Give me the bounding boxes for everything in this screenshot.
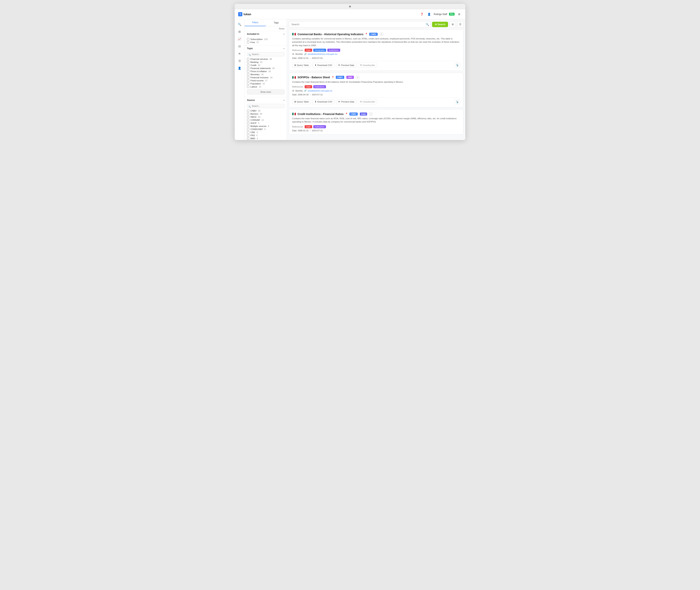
checkbox-banking[interactable] <box>247 61 249 63</box>
user-icon-btn[interactable]: 👤 <box>427 11 432 17</box>
checkbox-population[interactable] <box>247 83 249 85</box>
checkbox-financial-services[interactable] <box>247 58 249 60</box>
card-2-add-tag-btn[interactable]: + <box>356 76 359 79</box>
search-submit-btn[interactable]: 🔍 <box>426 23 429 26</box>
label-shcp: SHCP <box>250 122 257 124</box>
checkbox-fixed-income[interactable] <box>247 79 249 82</box>
card-2-tag-cnbv: CNBV <box>336 76 344 79</box>
card-3-refs-label: References: <box>292 125 304 128</box>
logo-text: tukan <box>243 12 251 16</box>
card-3-add-tag-btn[interactable]: + <box>369 112 373 115</box>
label-bmv: BMV <box>250 137 255 139</box>
topic-search-input[interactable] <box>247 52 284 56</box>
card-1-unsubscribe-btn[interactable]: ✉ Unsubscribe <box>358 63 377 68</box>
card-2-download-csv-btn[interactable]: ⬇ Download CSV <box>313 99 334 104</box>
card-2-rss-btn[interactable]: 📡 <box>455 99 460 104</box>
card-1-pin-icon: 📍 <box>365 33 368 35</box>
preview-icon-2: 👁 <box>338 101 340 103</box>
topic-header[interactable]: Topic ▾ <box>245 45 287 52</box>
help-icon-btn[interactable]: ❓ <box>419 11 425 17</box>
label-credit: Credit <box>250 64 256 66</box>
filter-item-consar: CONSAR 12 <box>247 118 284 121</box>
sidebar-search-btn[interactable]: 🔍 <box>236 21 243 28</box>
card-1-query-table-btn[interactable]: ⊞ Query Table <box>292 63 311 68</box>
card-3-tag-inaly: inaly <box>360 112 367 116</box>
card-2-query-table-btn[interactable]: ⊞ Query Table <box>292 99 311 104</box>
checkbox-frs[interactable] <box>247 134 249 136</box>
checkbox-consar[interactable] <box>247 119 249 121</box>
sidebar-user-btn[interactable]: 👤 <box>236 65 243 72</box>
card-2-header: 🇲🇽 SOFIPOs - Balance Sheet 📍 CNBV OMO + <box>292 76 460 79</box>
settings-icon-btn[interactable]: ⚙ <box>457 11 462 17</box>
tab-filters[interactable]: Filters <box>245 19 266 26</box>
sidebar-grid-btn[interactable]: ⊞ <box>236 28 243 35</box>
logo-icon: T <box>238 12 242 16</box>
card-2-date-row: 🗓 Monthly 🔗 portafolioinfo.cnbv.gob.mx <box>292 89 460 92</box>
checkbox-prices-inflation[interactable] <box>247 70 249 73</box>
label-condusef: CONDUSEF <box>250 128 263 130</box>
card-2-link[interactable]: portafolioinfo.cnbv.gob.mx <box>308 90 333 92</box>
filter-item-population: Population 16 <box>247 82 284 85</box>
header-right: ❓ 👤 Rodrigo Staff Pro ⚙ <box>419 11 462 17</box>
checkbox-subscription[interactable] <box>247 38 249 40</box>
sidebar-eye-btn[interactable]: 👁 <box>236 51 243 57</box>
checkbox-financial-statements[interactable] <box>247 67 249 70</box>
checkbox-banxico[interactable] <box>247 113 249 115</box>
topic-show-more-btn[interactable]: Show more <box>247 89 284 94</box>
filter-item-cre: CRE 5 <box>247 131 284 134</box>
card-2-ref-date: Date <box>305 85 312 88</box>
card-1-download-csv-btn[interactable]: ⬇ Download CSV <box>313 63 334 68</box>
chevron-down-icon: ▾ <box>283 33 284 35</box>
checkbox-shcp[interactable] <box>247 122 249 124</box>
checkbox-bmv[interactable] <box>247 137 249 139</box>
card-1-add-tag-btn[interactable]: + <box>380 33 383 35</box>
card-1-query-table-label: Query Table <box>297 64 309 66</box>
source-section: Source ▾ 🔍 CNBV 65 <box>245 97 287 140</box>
checkbox-cre[interactable] <box>247 131 249 133</box>
view-grid-toggle-btn[interactable]: ⊞ <box>450 21 456 27</box>
included-in-header[interactable]: Included in ▾ <box>245 31 287 37</box>
sidebar-table-btn[interactable]: ⊟ <box>236 43 243 50</box>
label-banking: Banking <box>250 61 258 63</box>
checkbox-free[interactable] <box>247 41 249 43</box>
result-card-1: 🇲🇽 Commercial Banks - Historical Operati… <box>289 29 463 71</box>
sidebar-chart-btn[interactable]: 📈 <box>236 36 243 42</box>
view-list-toggle-btn[interactable]: ☰ <box>457 21 463 27</box>
source-search-input[interactable] <box>247 104 284 108</box>
card-2-preview-data-btn[interactable]: 👁 Preview Data <box>336 99 356 104</box>
ai-search-button[interactable]: AI Search <box>432 22 448 27</box>
checkbox-labour[interactable] <box>247 86 249 88</box>
topic-search-wrap: 🔍 <box>247 52 284 58</box>
source-header[interactable]: Source ▾ <box>245 97 287 103</box>
checkbox-credit[interactable] <box>247 64 249 66</box>
checkbox-monetary[interactable] <box>247 73 249 76</box>
topic-section: Topic ▾ 🔍 Financial services 98 <box>245 45 287 97</box>
download-icon-2: ⬇ <box>315 100 317 103</box>
checkbox-multiple-sources[interactable] <box>247 125 249 127</box>
card-1-link[interactable]: portafolioinfodctos.cnbv.gob.mx <box>308 53 338 55</box>
card-3-description: Contains the main financial ratios such … <box>292 117 460 124</box>
sidebar-list-btn[interactable]: ☰ <box>236 58 243 64</box>
card-1-preview-data-btn[interactable]: 👁 Preview Data <box>336 63 356 68</box>
label-financial-services: Financial services <box>250 58 268 60</box>
result-card-2: 🇲🇽 SOFIPOs - Balance Sheet 📍 CNBV OMO + … <box>289 73 463 107</box>
card-1-rss-btn[interactable]: 📡 <box>455 63 460 68</box>
label-free: Free <box>250 41 255 43</box>
tab-tags[interactable]: Tags <box>266 19 287 26</box>
checkbox-condusef[interactable] <box>247 128 249 130</box>
search-input[interactable] <box>289 21 431 27</box>
card-2-unsubscribe-btn[interactable]: ✉ Unsubscribe <box>358 99 377 104</box>
card-2-refs-label: References: <box>292 86 304 88</box>
browser-dot <box>349 6 351 7</box>
card-1-date-range: Date: 2008-12-01 → 2024-07-01 <box>292 57 460 59</box>
checkbox-cnbv[interactable] <box>247 110 249 112</box>
count-banxico: 50 <box>260 113 262 115</box>
checkbox-financial-inclusion[interactable] <box>247 76 249 79</box>
download-icon: ⬇ <box>315 64 317 67</box>
label-fixed-income: Fixed income <box>250 79 263 82</box>
count-free: 57 <box>257 41 259 43</box>
filter-item-financial-statements: Financial statements 34 <box>247 67 284 70</box>
checkbox-inegi[interactable] <box>247 116 249 118</box>
card-1-download-csv-label: Download CSV <box>317 64 332 66</box>
reset-button[interactable]: Reset <box>279 27 284 30</box>
